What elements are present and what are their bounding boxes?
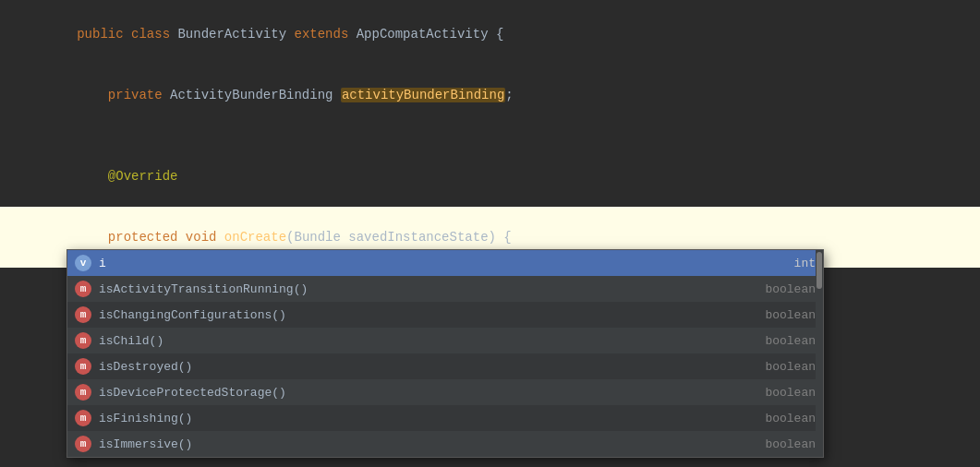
badge-method-3: m xyxy=(75,332,91,349)
keyword-void: void xyxy=(186,230,224,245)
badge-method-1: m xyxy=(75,281,91,297)
code-line-3 xyxy=(0,126,980,146)
autocomplete-name-5: isDeviceProtectedStorage() xyxy=(99,386,765,400)
classname-appcompat: AppCompatActivity xyxy=(357,27,489,42)
autocomplete-name-0: i xyxy=(99,257,794,270)
autocomplete-scrollbar[interactable] xyxy=(816,250,823,457)
classname-bunder: BunderActivity xyxy=(177,27,294,42)
badge-variable-0: v xyxy=(75,255,91,271)
keyword-private: private xyxy=(108,88,170,102)
code-line-1: public class BunderActivity extends AppC… xyxy=(0,4,980,65)
method-oncreate: onCreate xyxy=(224,230,286,245)
autocomplete-name-6: isFinishing() xyxy=(99,412,765,425)
code-editor: public class BunderActivity extends AppC… xyxy=(0,0,980,467)
autocomplete-type-7: boolean xyxy=(765,437,816,451)
badge-method-6: m xyxy=(75,410,91,426)
autocomplete-name-1: isActivityTransitionRunning() xyxy=(99,282,765,296)
autocomplete-name-2: isChangingConfigurations() xyxy=(99,308,765,322)
annotation-override: @Override xyxy=(108,169,178,184)
badge-method-5: m xyxy=(75,384,91,401)
keyword-extends: extends xyxy=(294,27,356,42)
autocomplete-type-6: boolean xyxy=(765,412,816,425)
autocomplete-item-2[interactable]: m isChangingConfigurations() boolean xyxy=(67,302,823,328)
badge-method-7: m xyxy=(75,436,91,452)
classname-binding: ActivityBunderBinding xyxy=(170,88,341,102)
autocomplete-name-4: isDestroyed() xyxy=(99,360,765,374)
autocomplete-item-4[interactable]: m isDestroyed() boolean xyxy=(67,353,823,379)
autocomplete-type-0: int xyxy=(794,257,816,270)
autocomplete-type-5: boolean xyxy=(765,386,816,400)
autocomplete-dropdown[interactable]: v i int m isActivityTransitionRunning() … xyxy=(67,249,824,458)
autocomplete-item-6[interactable]: m isFinishing() boolean xyxy=(67,405,823,431)
autocomplete-item-5[interactable]: m isDeviceProtectedStorage() boolean xyxy=(67,379,823,405)
autocomplete-item-0[interactable]: v i int xyxy=(67,250,823,276)
code-line-4: @Override xyxy=(0,146,980,207)
keyword-public: public xyxy=(77,27,131,42)
autocomplete-name-7: isImmersive() xyxy=(99,437,765,451)
var-activity-bunder-binding: activityBunderBinding xyxy=(341,88,505,102)
badge-method-4: m xyxy=(75,358,91,375)
autocomplete-name-3: isChild() xyxy=(99,334,765,348)
autocomplete-type-2: boolean xyxy=(765,308,816,322)
code-line-2: private ActivityBunderBinding activityBu… xyxy=(0,65,980,126)
keyword-class: class xyxy=(131,27,177,42)
autocomplete-scrollbar-thumb xyxy=(817,252,822,289)
badge-method-2: m xyxy=(75,306,91,323)
classname-bundle: Bundle xyxy=(294,230,340,245)
autocomplete-item-1[interactable]: m isActivityTransitionRunning() boolean xyxy=(67,276,823,302)
autocomplete-type-3: boolean xyxy=(765,334,816,348)
autocomplete-type-1: boolean xyxy=(765,282,816,296)
keyword-protected: protected xyxy=(108,230,186,245)
autocomplete-type-4: boolean xyxy=(765,360,816,374)
autocomplete-item-7[interactable]: m isImmersive() boolean xyxy=(67,431,823,457)
autocomplete-item-3[interactable]: m isChild() boolean xyxy=(67,328,823,353)
